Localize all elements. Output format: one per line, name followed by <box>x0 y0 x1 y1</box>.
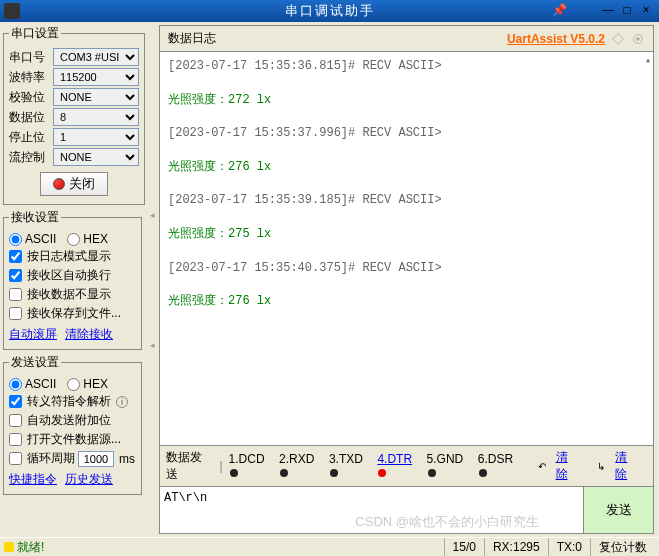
cycle-input[interactable] <box>78 451 114 467</box>
clear-recv-link[interactable]: 清除接收 <box>65 327 113 341</box>
svg-point-2 <box>636 37 640 41</box>
send-opt-2[interactable] <box>9 433 22 446</box>
send-opt-1[interactable] <box>9 414 22 427</box>
databits-select[interactable]: 8 <box>53 108 139 126</box>
version-link[interactable]: UartAssist V5.0.2 <box>507 32 605 46</box>
send-tab-label: 数据发送 <box>166 449 213 483</box>
log-line: [2023-07-17 15:35:39.185]# RECV ASCII> <box>168 192 645 209</box>
port-label: 串口号 <box>9 49 49 66</box>
status-count: 15/0 <box>444 538 484 556</box>
log-line <box>168 108 645 125</box>
status-rx: RX:1295 <box>484 538 548 556</box>
baud-select[interactable]: 115200 <box>53 68 139 86</box>
parity-label: 校验位 <box>9 89 49 106</box>
log-header-label: 数据日志 <box>168 30 216 47</box>
port-select[interactable]: COM3 #USI <box>53 48 139 66</box>
recv-settings: 接收设置 ASCII HEX 按日志模式显示 接收区自动换行 接收数据不显示 接… <box>3 209 142 350</box>
send-input[interactable]: AT\r\n <box>160 487 583 533</box>
recv-legend: 接收设置 <box>9 209 61 226</box>
send-opt-0[interactable] <box>9 395 22 408</box>
send-button[interactable]: 发送 <box>583 487 653 533</box>
minimize-button[interactable]: — <box>599 4 617 18</box>
log-line: 光照强度：276 lx <box>168 293 645 310</box>
close-port-button[interactable]: 关闭 <box>40 172 108 196</box>
log-line: [2023-07-17 15:35:37.996]# RECV ASCII> <box>168 125 645 142</box>
statusbar: 就绪! 15/0 RX:1295 TX:0 复位计数 <box>0 537 659 556</box>
app-icon <box>4 3 20 19</box>
rxd-tab[interactable]: 2.RXD <box>279 452 323 480</box>
log-line: [2023-07-17 15:35:36.815]# RECV ASCII> <box>168 58 645 75</box>
log-line <box>168 243 645 260</box>
recv-opt-0[interactable] <box>9 250 22 263</box>
log-area: ▴ [2023-07-17 15:35:36.815]# RECV ASCII>… <box>159 51 654 446</box>
send-opt-3[interactable] <box>9 452 22 465</box>
recv-hex-radio[interactable] <box>67 233 80 246</box>
log-line <box>168 176 645 193</box>
serial-legend: 串口设置 <box>9 25 61 42</box>
dcd-tab[interactable]: 1.DCD <box>229 452 274 480</box>
window-title: 串口调试助手 <box>285 2 375 20</box>
pin-icon[interactable]: 📌 <box>550 4 568 18</box>
log-line: 光照强度：275 lx <box>168 226 645 243</box>
history-link[interactable]: 历史发送 <box>65 472 113 486</box>
send-settings: 发送设置 ASCII HEX 转义符指令解析i 自动发送附加位 打开文件数据源.… <box>3 354 142 495</box>
ready-icon <box>4 542 14 552</box>
stopbits-select[interactable]: 1 <box>53 128 139 146</box>
quick-cmd-link[interactable]: 快捷指令 <box>9 472 57 486</box>
send-ascii-radio[interactable] <box>9 378 22 391</box>
log-line: 光照强度：276 lx <box>168 159 645 176</box>
flow-label: 流控制 <box>9 149 49 166</box>
gnd-tab[interactable]: 5.GND <box>427 452 472 480</box>
gear-icon[interactable] <box>631 32 645 46</box>
close-window-button[interactable]: × <box>637 4 655 18</box>
reset-count[interactable]: 复位计数 <box>590 538 655 556</box>
status-ready: 就绪! <box>4 539 44 556</box>
svg-marker-0 <box>613 33 624 44</box>
help-icon[interactable]: i <box>116 396 128 408</box>
log-line <box>168 142 645 159</box>
prev-arrow[interactable]: ↶ <box>538 461 546 472</box>
txd-tab[interactable]: 3.TXD <box>329 452 372 480</box>
scroll-up-icon[interactable]: ▴ <box>645 54 651 66</box>
diamond-icon[interactable] <box>611 32 625 46</box>
log-line: 光照强度：272 lx <box>168 92 645 109</box>
parity-select[interactable]: NONE <box>53 88 139 106</box>
maximize-button[interactable]: □ <box>618 4 636 18</box>
window-controls: 📌 — □ × <box>550 4 659 18</box>
recv-ascii-radio[interactable] <box>9 233 22 246</box>
separator: ◂◂ <box>145 22 159 537</box>
flow-select[interactable]: NONE <box>53 148 139 166</box>
send-tabs: 数据发送 | 1.DCD 2.RXD 3.TXD 4.DTR 5.GND 6.D… <box>159 446 654 487</box>
status-indicator-icon <box>53 178 65 190</box>
serial-settings: 串口设置 串口号COM3 #USI 波特率115200 校验位NONE 数据位8… <box>3 25 145 205</box>
titlebar: 串口调试助手 📌 — □ × <box>0 0 659 22</box>
status-tx: TX:0 <box>548 538 590 556</box>
log-line <box>168 209 645 226</box>
stopbits-label: 停止位 <box>9 129 49 146</box>
next-arrow[interactable]: ↳ <box>597 461 605 472</box>
auto-scroll-link[interactable]: 自动滚屏 <box>9 327 57 341</box>
log-line <box>168 75 645 92</box>
log-line <box>168 276 645 293</box>
send-hex-radio[interactable] <box>67 378 80 391</box>
dsr-tab[interactable]: 6.DSR <box>478 452 522 480</box>
send-legend: 发送设置 <box>9 354 61 371</box>
log-header: 数据日志 UartAssist V5.0.2 <box>159 25 654 51</box>
recv-opt-3[interactable] <box>9 307 22 320</box>
databits-label: 数据位 <box>9 109 49 126</box>
recv-opt-1[interactable] <box>9 269 22 282</box>
clear-left[interactable]: 清除 <box>556 449 580 483</box>
clear-right[interactable]: 清除 <box>615 449 639 483</box>
log-line: [2023-07-17 15:35:40.375]# RECV ASCII> <box>168 260 645 277</box>
recv-opt-2[interactable] <box>9 288 22 301</box>
baud-label: 波特率 <box>9 69 49 86</box>
dtr-tab[interactable]: 4.DTR <box>377 452 420 480</box>
